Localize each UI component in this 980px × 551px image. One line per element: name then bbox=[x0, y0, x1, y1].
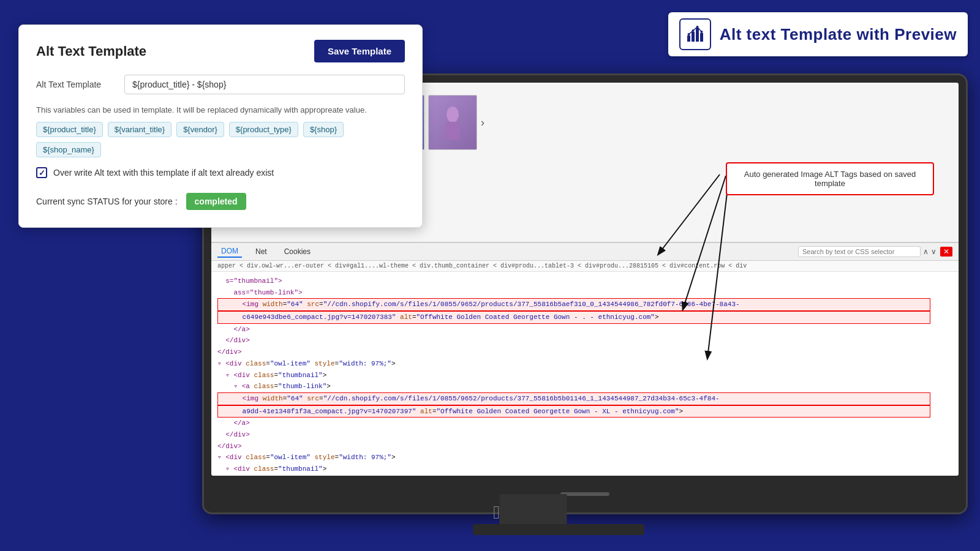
chart-icon bbox=[685, 24, 705, 44]
product-image-5 bbox=[428, 95, 477, 150]
alt-text-label-text: Auto generated Image ALT Tags based on s… bbox=[744, 170, 916, 188]
alt-text-label-box: Auto generated Image ALT Tags based on s… bbox=[726, 162, 934, 195]
tab-cookies[interactable]: Cookies bbox=[281, 246, 314, 257]
code-line: ▿ <div class="owl-item" style="width: 97… bbox=[217, 452, 952, 463]
code-line: </div> bbox=[217, 441, 952, 452]
variable-tags-row: ${product_title} ${variant_title} ${vend… bbox=[36, 122, 405, 137]
code-line-highlight-1: <img width="64" src="//cdn.shopify.com/s… bbox=[217, 298, 930, 311]
template-field-label: Alt Text Template bbox=[36, 80, 116, 89]
apple-logo-icon:  bbox=[493, 502, 500, 523]
monitor-base bbox=[473, 524, 644, 535]
code-line: </a> bbox=[217, 418, 952, 429]
alt-text-template-card: Alt Text Template Save Template Alt Text… bbox=[18, 24, 423, 228]
svg-rect-0 bbox=[687, 36, 690, 42]
close-search-button[interactable]: ✕ bbox=[940, 247, 952, 257]
tab-net[interactable]: Net bbox=[252, 246, 271, 257]
svg-rect-1 bbox=[692, 32, 695, 42]
status-row: Current sync STATUS for your store : com… bbox=[36, 193, 405, 210]
svg-rect-15 bbox=[445, 122, 460, 140]
template-field-row: Alt Text Template bbox=[36, 75, 405, 94]
card-header: Alt Text Template Save Template bbox=[36, 40, 405, 62]
code-line-highlight-2: c649e943dbe6_compact.jpg?v=1470207383" a… bbox=[217, 311, 930, 324]
code-line: ▿ <div class="thumbnail"> bbox=[217, 463, 952, 471]
search-nav-down[interactable]: ∨ bbox=[931, 247, 937, 256]
code-line: ▿ <div class="owl-item" style="width: 97… bbox=[217, 358, 952, 370]
code-line: ▿ <div class="thumbnail"> bbox=[217, 370, 952, 381]
devtools-panel: DOM Net Cookies ∧ ∨ ✕ apper < div.owl-wr… bbox=[211, 242, 959, 476]
search-nav-up[interactable]: ∧ bbox=[923, 247, 929, 256]
svg-rect-2 bbox=[696, 28, 699, 42]
var-variant-title[interactable]: ${variant_title} bbox=[108, 122, 172, 137]
var-shop-name[interactable]: ${shop_name} bbox=[36, 142, 101, 157]
var-shop[interactable]: ${shop} bbox=[303, 122, 344, 137]
devtools-toolbar: DOM Net Cookies ∧ ∨ ✕ bbox=[211, 243, 959, 261]
code-line: </div> bbox=[217, 347, 952, 358]
template-field-input[interactable] bbox=[124, 75, 405, 94]
svg-point-14 bbox=[447, 107, 459, 122]
var-product-title[interactable]: ${product_title} bbox=[36, 122, 103, 137]
variable-tags-row-2: ${shop_name} bbox=[36, 142, 405, 157]
monitor-chin-bar bbox=[204, 476, 966, 512]
code-line: </div> bbox=[217, 429, 952, 441]
save-template-button[interactable]: Save Template bbox=[314, 40, 405, 62]
card-title: Alt Text Template bbox=[36, 43, 146, 59]
status-badge: completed bbox=[186, 193, 246, 210]
var-vendor[interactable]: ${vendor} bbox=[176, 122, 224, 137]
monitor-chin-detail bbox=[560, 492, 609, 496]
header-bar: Alt text Template with Preview bbox=[668, 12, 968, 56]
code-line-highlight-3: <img width="64" src="//cdn.shopify.com/s… bbox=[217, 392, 930, 405]
next-arrow[interactable]: › bbox=[481, 116, 484, 129]
overwrite-checkbox-row: ✓ Over write Alt text with this template… bbox=[36, 167, 405, 178]
checkbox-checkmark: ✓ bbox=[39, 168, 45, 178]
code-line: ▿ <a class="thumb-link"> bbox=[217, 381, 952, 392]
code-line: ass="thumb-link"> bbox=[217, 287, 952, 299]
status-label-text: Current sync STATUS for your store : bbox=[36, 197, 178, 206]
code-line: s="thumbnail"> bbox=[217, 276, 952, 287]
code-line: </div> bbox=[217, 335, 952, 347]
devtools-search-input[interactable] bbox=[798, 246, 921, 257]
checkbox-label-text: Over write Alt text with this template i… bbox=[53, 168, 274, 178]
tab-dom[interactable]: DOM bbox=[217, 246, 242, 258]
svg-rect-3 bbox=[700, 33, 703, 42]
variables-note: This variables can be used in template. … bbox=[36, 105, 405, 114]
code-line-highlight-4: a9dd-41e1348f1f3a_compact.jpg?v=14702073… bbox=[217, 405, 930, 418]
app-icon-box bbox=[679, 18, 711, 50]
overwrite-checkbox[interactable]: ✓ bbox=[36, 167, 47, 178]
code-line: </a> bbox=[217, 324, 952, 335]
header-title: Alt text Template with Preview bbox=[720, 25, 957, 44]
devtools-breadcrumb: apper < div.owl-wr...er-outer < div#gal1… bbox=[211, 261, 959, 272]
var-product-type[interactable]: ${product_type} bbox=[229, 122, 298, 137]
monitor-stand bbox=[499, 494, 567, 528]
devtools-code-panel: s="thumbnail"> ass="thumb-link"> <img wi… bbox=[211, 272, 959, 471]
devtools-search-area: ∧ ∨ ✕ bbox=[798, 246, 952, 257]
